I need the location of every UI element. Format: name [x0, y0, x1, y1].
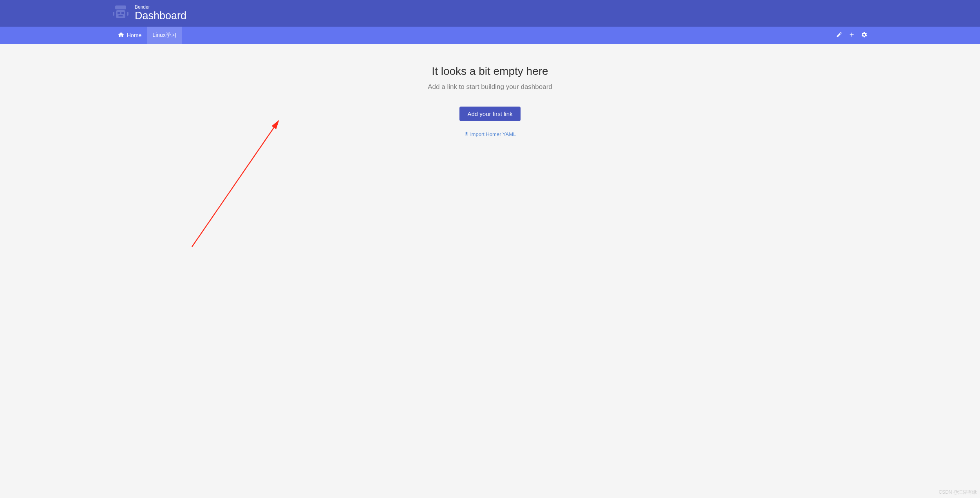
empty-subtitle: Add a link to start building your dashbo… [428, 83, 552, 91]
home-icon [118, 31, 125, 40]
pencil-icon [836, 31, 843, 40]
nav-linux[interactable]: Linux学习 [147, 27, 182, 44]
add-button[interactable] [848, 31, 855, 39]
svg-rect-1 [116, 10, 125, 18]
header-title: Dashboard [135, 10, 186, 22]
app-header: Bender Dashboard [0, 0, 980, 27]
nav-home-label: Home [127, 32, 141, 38]
logo-wrap: Bender Dashboard [112, 5, 186, 22]
watermark: CSDN @江湖有缘 [938, 489, 977, 496]
add-first-link-button[interactable]: Add your first link [459, 107, 520, 121]
svg-rect-4 [118, 12, 120, 14]
svg-rect-0 [115, 5, 126, 9]
plus-icon [848, 31, 855, 40]
svg-rect-6 [118, 15, 123, 16]
navbar: Home Linux学习 [0, 27, 980, 44]
svg-rect-5 [121, 12, 124, 14]
nav-home[interactable]: Home [112, 27, 147, 44]
import-homer-link[interactable]: import Homer YAML [464, 131, 516, 137]
settings-button[interactable] [860, 31, 868, 39]
gear-icon [861, 31, 868, 40]
edit-button[interactable] [835, 31, 843, 39]
main-content: It looks a bit empty here Add a link to … [0, 44, 980, 137]
import-homer-label: import Homer YAML [470, 131, 516, 137]
nav-left: Home Linux学习 [112, 27, 182, 44]
header-subtitle: Bender [135, 5, 186, 10]
robot-icon [112, 5, 129, 22]
nav-right [835, 27, 868, 44]
annotation-arrow [188, 118, 290, 251]
svg-rect-3 [127, 12, 128, 16]
nav-linux-label: Linux学习 [152, 32, 176, 39]
svg-rect-2 [113, 12, 114, 16]
svg-line-8 [192, 121, 278, 247]
upload-icon [464, 131, 470, 137]
empty-title: It looks a bit empty here [432, 65, 548, 78]
header-text: Bender Dashboard [135, 5, 186, 22]
